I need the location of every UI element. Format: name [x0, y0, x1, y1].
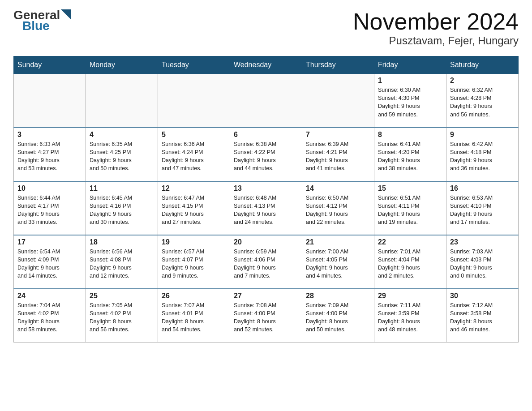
calendar-day-cell: 6Sunrise: 6:38 AM Sunset: 4:22 PM Daylig…: [230, 128, 302, 181]
day-info: Sunrise: 6:42 AM Sunset: 4:18 PM Dayligh…: [450, 140, 515, 173]
calendar-week-row: 17Sunrise: 6:54 AM Sunset: 4:09 PM Dayli…: [14, 235, 519, 289]
day-number: 21: [306, 238, 370, 246]
day-number: 5: [162, 131, 226, 139]
calendar-day-cell: 23Sunrise: 7:03 AM Sunset: 4:03 PM Dayli…: [446, 235, 519, 289]
day-info: Sunrise: 6:53 AM Sunset: 4:10 PM Dayligh…: [450, 194, 515, 227]
day-number: 22: [378, 238, 442, 246]
day-info: Sunrise: 7:11 AM Sunset: 3:59 PM Dayligh…: [378, 301, 442, 334]
calendar-day-cell: 30Sunrise: 7:12 AM Sunset: 3:58 PM Dayli…: [446, 289, 519, 342]
day-info: Sunrise: 6:50 AM Sunset: 4:12 PM Dayligh…: [306, 194, 370, 227]
day-info: Sunrise: 7:01 AM Sunset: 4:04 PM Dayligh…: [378, 248, 442, 280]
calendar-header-row: SundayMondayTuesdayWednesdayThursdayFrid…: [14, 56, 519, 74]
calendar-day-cell: 7Sunrise: 6:39 AM Sunset: 4:21 PM Daylig…: [302, 128, 374, 181]
calendar-day-cell: [14, 74, 86, 128]
day-number: 23: [450, 238, 515, 246]
day-info: Sunrise: 6:54 AM Sunset: 4:09 PM Dayligh…: [17, 248, 82, 280]
weekday-header-friday: Friday: [374, 56, 446, 74]
calendar-day-cell: 10Sunrise: 6:44 AM Sunset: 4:17 PM Dayli…: [14, 181, 86, 235]
calendar-title-block: November 2024 Pusztavam, Fejer, Hungary: [353, 9, 519, 47]
day-info: Sunrise: 7:03 AM Sunset: 4:03 PM Dayligh…: [450, 248, 515, 280]
day-number: 18: [90, 238, 154, 246]
calendar-day-cell: 18Sunrise: 6:56 AM Sunset: 4:08 PM Dayli…: [86, 235, 158, 289]
calendar-day-cell: 15Sunrise: 6:51 AM Sunset: 4:11 PM Dayli…: [374, 181, 446, 235]
day-number: 9: [450, 131, 515, 139]
calendar-day-cell: 26Sunrise: 7:07 AM Sunset: 4:01 PM Dayli…: [158, 289, 230, 342]
calendar-week-row: 3Sunrise: 6:33 AM Sunset: 4:27 PM Daylig…: [14, 128, 519, 181]
day-info: Sunrise: 7:08 AM Sunset: 4:00 PM Dayligh…: [234, 301, 298, 334]
calendar-day-cell: 3Sunrise: 6:33 AM Sunset: 4:27 PM Daylig…: [14, 128, 86, 181]
weekday-header-thursday: Thursday: [302, 56, 374, 74]
calendar-week-row: 10Sunrise: 6:44 AM Sunset: 4:17 PM Dayli…: [14, 181, 519, 235]
logo: General Blue: [13, 9, 71, 33]
day-info: Sunrise: 7:09 AM Sunset: 4:00 PM Dayligh…: [306, 301, 370, 334]
day-info: Sunrise: 6:30 AM Sunset: 4:30 PM Dayligh…: [378, 86, 442, 119]
day-info: Sunrise: 6:51 AM Sunset: 4:11 PM Dayligh…: [378, 194, 442, 227]
day-info: Sunrise: 6:38 AM Sunset: 4:22 PM Dayligh…: [234, 140, 298, 173]
day-number: 16: [450, 184, 515, 193]
day-number: 20: [234, 238, 298, 246]
day-number: 27: [234, 292, 298, 300]
day-number: 2: [450, 77, 515, 85]
calendar-day-cell: 21Sunrise: 7:00 AM Sunset: 4:05 PM Dayli…: [302, 235, 374, 289]
day-info: Sunrise: 7:04 AM Sunset: 4:02 PM Dayligh…: [17, 301, 82, 334]
day-number: 13: [234, 184, 298, 193]
day-number: 3: [17, 131, 82, 139]
calendar-week-row: 24Sunrise: 7:04 AM Sunset: 4:02 PM Dayli…: [14, 289, 519, 342]
calendar-day-cell: 19Sunrise: 6:57 AM Sunset: 4:07 PM Dayli…: [158, 235, 230, 289]
day-info: Sunrise: 7:07 AM Sunset: 4:01 PM Dayligh…: [162, 301, 226, 334]
calendar-day-cell: 4Sunrise: 6:35 AM Sunset: 4:25 PM Daylig…: [86, 128, 158, 181]
day-number: 14: [306, 184, 370, 193]
day-info: Sunrise: 6:33 AM Sunset: 4:27 PM Dayligh…: [17, 140, 82, 173]
day-info: Sunrise: 6:56 AM Sunset: 4:08 PM Dayligh…: [90, 248, 154, 280]
day-info: Sunrise: 6:39 AM Sunset: 4:21 PM Dayligh…: [306, 140, 370, 173]
page-header: General Blue November 2024 Pusztavam, Fe…: [13, 9, 519, 47]
calendar-day-cell: 24Sunrise: 7:04 AM Sunset: 4:02 PM Dayli…: [14, 289, 86, 342]
calendar-day-cell: 22Sunrise: 7:01 AM Sunset: 4:04 PM Dayli…: [374, 235, 446, 289]
calendar-day-cell: [158, 74, 230, 128]
calendar-day-cell: 9Sunrise: 6:42 AM Sunset: 4:18 PM Daylig…: [446, 128, 519, 181]
calendar-day-cell: 14Sunrise: 6:50 AM Sunset: 4:12 PM Dayli…: [302, 181, 374, 235]
day-info: Sunrise: 6:57 AM Sunset: 4:07 PM Dayligh…: [162, 248, 226, 280]
calendar-day-cell: [86, 74, 158, 128]
calendar-day-cell: 28Sunrise: 7:09 AM Sunset: 4:00 PM Dayli…: [302, 289, 374, 342]
day-info: Sunrise: 6:32 AM Sunset: 4:28 PM Dayligh…: [450, 86, 515, 119]
calendar-day-cell: 13Sunrise: 6:48 AM Sunset: 4:13 PM Dayli…: [230, 181, 302, 235]
day-number: 1: [378, 77, 442, 85]
day-info: Sunrise: 7:05 AM Sunset: 4:02 PM Dayligh…: [90, 301, 154, 334]
svg-marker-0: [61, 9, 71, 19]
calendar-day-cell: [230, 74, 302, 128]
day-number: 19: [162, 238, 226, 246]
logo-arrow-icon: [61, 9, 71, 19]
day-number: 11: [90, 184, 154, 193]
day-info: Sunrise: 6:45 AM Sunset: 4:16 PM Dayligh…: [90, 194, 154, 227]
calendar-day-cell: 11Sunrise: 6:45 AM Sunset: 4:16 PM Dayli…: [86, 181, 158, 235]
day-number: 8: [378, 131, 442, 139]
weekday-header-saturday: Saturday: [446, 56, 519, 74]
day-number: 24: [17, 292, 82, 300]
calendar-title: November 2024: [353, 9, 519, 34]
day-number: 29: [378, 292, 442, 300]
calendar-day-cell: 2Sunrise: 6:32 AM Sunset: 4:28 PM Daylig…: [446, 74, 519, 128]
weekday-header-tuesday: Tuesday: [158, 56, 230, 74]
weekday-header-sunday: Sunday: [14, 56, 86, 74]
calendar-day-cell: 20Sunrise: 6:59 AM Sunset: 4:06 PM Dayli…: [230, 235, 302, 289]
day-info: Sunrise: 6:47 AM Sunset: 4:15 PM Dayligh…: [162, 194, 226, 227]
calendar-day-cell: 25Sunrise: 7:05 AM Sunset: 4:02 PM Dayli…: [86, 289, 158, 342]
calendar-day-cell: 16Sunrise: 6:53 AM Sunset: 4:10 PM Dayli…: [446, 181, 519, 235]
day-number: 15: [378, 184, 442, 193]
weekday-header-wednesday: Wednesday: [230, 56, 302, 74]
calendar-table: SundayMondayTuesdayWednesdayThursdayFrid…: [13, 56, 519, 342]
day-number: 7: [306, 131, 370, 139]
calendar-day-cell: 29Sunrise: 7:11 AM Sunset: 3:59 PM Dayli…: [374, 289, 446, 342]
day-info: Sunrise: 6:35 AM Sunset: 4:25 PM Dayligh…: [90, 140, 154, 173]
day-number: 26: [162, 292, 226, 300]
day-info: Sunrise: 6:36 AM Sunset: 4:24 PM Dayligh…: [162, 140, 226, 173]
day-info: Sunrise: 6:59 AM Sunset: 4:06 PM Dayligh…: [234, 248, 298, 280]
calendar-day-cell: 8Sunrise: 6:41 AM Sunset: 4:20 PM Daylig…: [374, 128, 446, 181]
calendar-subtitle: Pusztavam, Fejer, Hungary: [353, 34, 519, 47]
calendar-week-row: 1Sunrise: 6:30 AM Sunset: 4:30 PM Daylig…: [14, 74, 519, 128]
logo-blue-text: Blue: [22, 19, 50, 33]
day-info: Sunrise: 6:48 AM Sunset: 4:13 PM Dayligh…: [234, 194, 298, 227]
calendar-day-cell: 27Sunrise: 7:08 AM Sunset: 4:00 PM Dayli…: [230, 289, 302, 342]
day-number: 4: [90, 131, 154, 139]
